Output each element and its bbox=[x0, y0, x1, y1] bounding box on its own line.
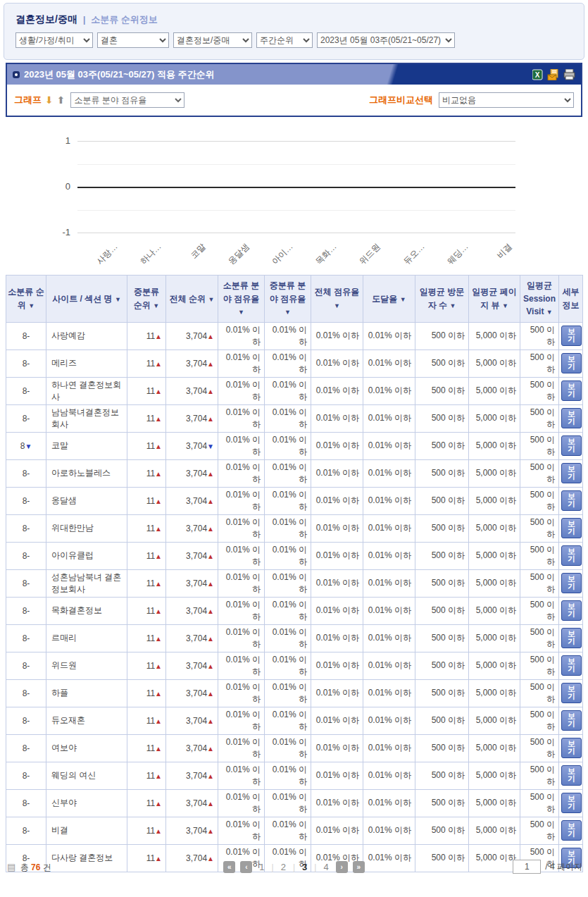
cell-daily-session: 500 이하 bbox=[520, 542, 559, 569]
period-type-select[interactable]: 주간순위 bbox=[256, 32, 313, 48]
sort-arrow-icon: ▼ bbox=[502, 302, 508, 309]
cell-mid-share: 0.01% 이하 bbox=[265, 569, 311, 597]
pagination: «‹1|2|3|4›» bbox=[6, 861, 582, 873]
sort-descending-icon[interactable]: ⬇ bbox=[45, 95, 54, 105]
rank-up-icon: ▲ bbox=[207, 635, 214, 643]
view-detail-button[interactable]: 보기 bbox=[561, 573, 582, 593]
panel-title: 2023년 05월 03주(05/21~05/27) 적용 주간순위 bbox=[24, 68, 215, 81]
cell-sub-rank: 8- bbox=[6, 487, 46, 514]
view-detail-button[interactable]: 보기 bbox=[561, 326, 582, 346]
category1-select[interactable]: 생활/가정/취미 bbox=[15, 32, 93, 48]
title-divider: | bbox=[83, 15, 85, 25]
cell-sub-rank: 8- bbox=[6, 377, 46, 404]
cell-mid-share: 0.01% 이하 bbox=[265, 624, 311, 652]
cell-sub-rank: 8- bbox=[6, 652, 46, 679]
panel-title-bar: 2023년 05월 03주(05/21~05/27) 적용 주간순위 X bbox=[7, 64, 581, 85]
cell-site-name: 르매리 bbox=[46, 624, 127, 652]
view-detail-button[interactable]: 보기 bbox=[561, 463, 582, 483]
table-row: 8-하나연 결혼정보회사11▲3,704▲0.01% 이하0.01% 이하0.0… bbox=[6, 377, 583, 404]
column-header-4[interactable]: 소분류 분야 점유율 ▼ bbox=[218, 276, 265, 323]
page-number-2[interactable]: 2 bbox=[279, 862, 288, 872]
view-detail-button[interactable]: 보기 bbox=[561, 628, 582, 648]
view-detail-button[interactable]: 보기 bbox=[561, 600, 582, 621]
rank-up-icon: ▲ bbox=[207, 827, 214, 835]
view-detail-button[interactable]: 보기 bbox=[561, 738, 582, 758]
save-icon[interactable] bbox=[547, 69, 560, 80]
cell-reach: 0.01% 이하 bbox=[363, 789, 415, 817]
cell-daily-visitors: 500 이하 bbox=[415, 789, 469, 817]
cell-sub-share: 0.01% 이하 bbox=[218, 624, 265, 652]
cell-site-name: 비결 bbox=[46, 817, 127, 844]
sort-arrow-icon: ▼ bbox=[208, 296, 214, 303]
cell-reach: 0.01% 이하 bbox=[363, 459, 415, 487]
view-detail-button[interactable]: 보기 bbox=[561, 765, 582, 786]
cell-total-rank: 3,704▲ bbox=[166, 349, 218, 377]
cell-mid-rank: 11▲ bbox=[127, 817, 166, 844]
category3-select[interactable]: 결혼정보/중매 bbox=[173, 32, 252, 48]
view-detail-button[interactable]: 보기 bbox=[561, 820, 582, 841]
column-header-5[interactable]: 중분류 분야 점유율 ▼ bbox=[265, 276, 311, 323]
breadcrumb: 결혼정보/중매 | 소분류 순위정보 bbox=[15, 13, 574, 26]
column-header-8[interactable]: 일평균 방문자 수 ▼ bbox=[415, 276, 469, 323]
table-row: 8-여보야11▲3,704▲0.01% 이하0.01% 이하0.01% 이하0.… bbox=[6, 734, 583, 762]
column-header-10[interactable]: 일평균 Session Visit ▼ bbox=[520, 276, 559, 323]
view-detail-button[interactable]: 보기 bbox=[561, 545, 582, 566]
cell-sub-share: 0.01% 이하 bbox=[218, 542, 265, 569]
view-detail-button[interactable]: 보기 bbox=[561, 793, 582, 813]
cell-daily-visitors: 500 이하 bbox=[415, 542, 469, 569]
page-title: 결혼정보/중매 bbox=[15, 13, 77, 26]
x-axis-label: 위드원 bbox=[357, 241, 383, 267]
view-detail-button[interactable]: 보기 bbox=[561, 490, 582, 511]
view-detail-button[interactable]: 보기 bbox=[561, 710, 582, 731]
column-header-1[interactable]: 사이트 / 섹션 명 ▼ bbox=[46, 276, 127, 323]
view-detail-button[interactable]: 보기 bbox=[561, 381, 582, 401]
column-header-7[interactable]: 도달율 ▼ bbox=[363, 276, 415, 323]
week-select[interactable]: 2023년 05월 03주(05/21~05/27) bbox=[317, 32, 455, 48]
rank-down-icon: ▼ bbox=[25, 443, 32, 450]
cell-total-share: 0.01% 이하 bbox=[311, 679, 363, 707]
cell-mid-share: 0.01% 이하 bbox=[265, 707, 311, 734]
cell-detail: 보기 bbox=[559, 487, 583, 514]
cell-total-rank: 3,704▲ bbox=[166, 789, 218, 817]
next-page-button[interactable]: › bbox=[336, 861, 348, 873]
sort-ascending-icon[interactable]: ⬆ bbox=[57, 95, 65, 105]
cell-sub-rank: 8- bbox=[6, 707, 46, 734]
last-page-button[interactable]: » bbox=[353, 861, 365, 873]
cell-site-name: 메리즈 bbox=[46, 349, 127, 377]
page-input[interactable] bbox=[513, 860, 541, 874]
print-icon[interactable] bbox=[563, 69, 575, 80]
view-detail-button[interactable]: 보기 bbox=[561, 353, 582, 373]
view-detail-button[interactable]: 보기 bbox=[561, 435, 582, 456]
excel-icon[interactable]: X bbox=[532, 69, 544, 80]
page-number-3[interactable]: 3 bbox=[300, 862, 309, 872]
cell-sub-rank: 8- bbox=[6, 597, 46, 624]
page-number-4[interactable]: 4 bbox=[321, 862, 330, 872]
filter-row: 생활/가정/취미 결혼 결혼정보/중매 주간순위 2023년 05월 03주(0… bbox=[15, 32, 574, 48]
column-header-2[interactable]: 중분류 순위 ▼ bbox=[127, 276, 166, 323]
column-header-0[interactable]: 소분류 순위 ▼ bbox=[6, 276, 46, 323]
cell-sub-rank: 8- bbox=[6, 514, 46, 542]
cell-mid-rank: 11▲ bbox=[127, 487, 166, 514]
column-header-6[interactable]: 전체 점유율 ▼ bbox=[311, 276, 363, 323]
page-number-1[interactable]: 1 bbox=[257, 862, 266, 872]
page-separator: | bbox=[293, 862, 295, 872]
view-detail-button[interactable]: 보기 bbox=[561, 408, 582, 428]
cell-site-name: 여보야 bbox=[46, 734, 127, 762]
column-header-3[interactable]: 전체 순위 ▼ bbox=[166, 276, 218, 323]
cell-detail: 보기 bbox=[559, 734, 583, 762]
x-axis-label: 아이… bbox=[269, 241, 295, 267]
cell-daily-session: 500 이하 bbox=[520, 734, 559, 762]
cell-sub-rank: 8- bbox=[6, 459, 46, 487]
first-page-button[interactable]: « bbox=[223, 861, 235, 873]
view-detail-button[interactable]: 보기 bbox=[561, 655, 582, 676]
table-row: 8-웨딩의 여신11▲3,704▲0.01% 이하0.01% 이하0.01% 이… bbox=[6, 762, 583, 789]
graph-compare-select[interactable]: 비교없음 bbox=[439, 92, 574, 108]
view-detail-button[interactable]: 보기 bbox=[561, 518, 582, 538]
graph-metric-select[interactable]: 소분류 분야 점유율 bbox=[70, 92, 184, 108]
cell-daily-pageviews: 5,000 이하 bbox=[469, 404, 520, 432]
cell-daily-pageviews: 5,000 이하 bbox=[469, 624, 520, 652]
column-header-9[interactable]: 일평균 페이지 뷰 ▼ bbox=[469, 276, 520, 323]
category2-select[interactable]: 결혼 bbox=[97, 32, 169, 48]
view-detail-button[interactable]: 보기 bbox=[561, 683, 582, 703]
prev-page-button[interactable]: ‹ bbox=[240, 861, 252, 873]
